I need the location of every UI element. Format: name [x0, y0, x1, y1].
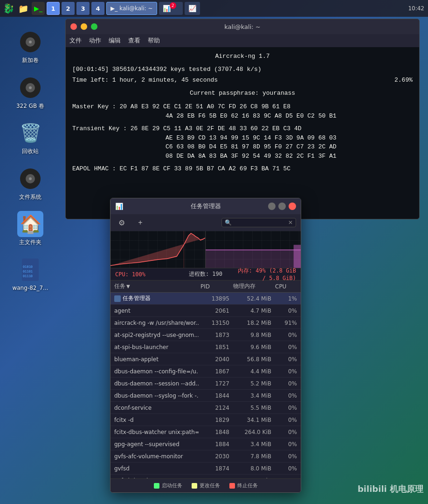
- desktop-icon-trash[interactable]: 🗑️ 回收站: [5, 117, 56, 158]
- legend-item[interactable]: 启动任务: [154, 482, 182, 489]
- terminal-minimize-button[interactable]: [81, 23, 87, 30]
- task-name-text: dbus-daemon --session --add...: [114, 380, 199, 387]
- 322gb-label: 322 GB 卷: [16, 103, 44, 110]
- table-row[interactable]: gvfsd-dnssd --spawner :1.17 /o...570910.…: [110, 475, 301, 478]
- tm-add-button[interactable]: +: [134, 216, 147, 229]
- col-header-pid[interactable]: PID: [199, 283, 231, 290]
- file-label: wang-82_7...: [12, 285, 48, 292]
- terminal-icon[interactable]: ▶_: [32, 2, 45, 15]
- desktop-icon-file[interactable]: 01010 01101 01110 wang-82_7...: [5, 254, 56, 295]
- tm-maximize-button[interactable]: [278, 203, 286, 210]
- terminal-titlebar: kali@kali: ~: [66, 19, 419, 34]
- cpu-cell: 0%: [273, 308, 299, 314]
- taskmanager-window: 📊 任务管理器 ⚙ + 🔍 ✕: [110, 198, 301, 493]
- menu-help[interactable]: 帮助: [148, 36, 160, 45]
- task-icon-img: [114, 295, 121, 302]
- new-volume-icon: [17, 29, 43, 55]
- table-row[interactable]: dbus-daemon --syslog --fork -...18443.4 …: [110, 390, 301, 402]
- taskmanager-app-button[interactable]: 📊 2: [159, 2, 183, 15]
- cpu-cell: 0%: [273, 356, 299, 363]
- svg-point-5: [29, 86, 32, 89]
- tm-minimize-button[interactable]: [268, 203, 276, 210]
- table-row[interactable]: at-spi2-registryd --use-gnom...18739.8 M…: [110, 329, 301, 341]
- table-row[interactable]: blueman-applet204056.8 MiB0%: [110, 353, 301, 365]
- menu-edit[interactable]: 编辑: [109, 36, 121, 45]
- desktop-icon-home[interactable]: 🏠 主文件夹: [5, 208, 56, 249]
- another-app-button[interactable]: 📈: [185, 2, 200, 15]
- mem-cell: 264.0 KiB: [231, 429, 273, 435]
- cpu-cell: 0%: [273, 405, 299, 411]
- cpu-cell: 0%: [273, 368, 299, 375]
- col-header-task[interactable]: 任务 ▼: [112, 282, 199, 290]
- tm-search-box[interactable]: 🔍 ✕: [221, 218, 296, 227]
- files-icon[interactable]: 📁: [17, 2, 30, 15]
- watermark: bilibili 机电原理: [358, 483, 423, 495]
- legend-item[interactable]: 终止任务: [229, 482, 258, 489]
- table-row[interactable]: dbus-daemon --config-file=/u...18674.4 M…: [110, 365, 301, 378]
- tm-memory-graph: [206, 231, 301, 268]
- tm-title: 任务管理器: [191, 202, 221, 210]
- table-row[interactable]: gvfsd18748.0 MiB0%: [110, 462, 301, 475]
- home-icon: 🏠: [17, 211, 43, 237]
- table-row[interactable]: dbus-daemon --session --add...17275.2 Mi…: [110, 378, 301, 390]
- tm-proc-status: 进程数: 190: [175, 270, 235, 278]
- mem-cell: 18.2 MiB: [231, 320, 273, 326]
- legend-item[interactable]: 更改任务: [192, 482, 220, 489]
- col-header-mem[interactable]: 物理内存: [231, 282, 273, 290]
- table-row[interactable]: 任务管理器1389552.4 MiB1%: [110, 293, 301, 305]
- desktop-icon-322gb[interactable]: 322 GB 卷: [5, 72, 56, 113]
- pid-cell: 1727: [199, 380, 231, 387]
- mem-cell: 52.4 MiB: [231, 295, 273, 302]
- task-name-text: dbus-daemon --syslog --fork -...: [114, 392, 199, 399]
- pid-cell: 13895: [199, 295, 231, 302]
- table-row[interactable]: dconf-service21245.5 MiB0%: [110, 402, 301, 414]
- kali-dragon-icon[interactable]: 🐉: [2, 2, 15, 15]
- cpu-cell: 0%: [273, 429, 299, 435]
- desktop-sidebar: 新加卷 322 GB 卷 🗑️ 回收站 文件系统 🏠 主文件夹 01010 01…: [0, 17, 61, 504]
- pid-cell: 2030: [199, 453, 231, 460]
- menu-file[interactable]: 文件: [69, 36, 82, 45]
- trash-icon: 🗑️: [17, 120, 43, 146]
- table-row[interactable]: aircrack-ng -w /usr/share/wor...1315018.…: [110, 317, 301, 329]
- table-row[interactable]: at-spi-bus-launcher18519.6 MiB0%: [110, 341, 301, 353]
- tm-settings-button[interactable]: ⚙: [115, 216, 128, 229]
- desktop-icon-filesystem[interactable]: 文件系统: [5, 163, 56, 204]
- terminal-app-button[interactable]: ▶_ kali@kali: ~: [106, 2, 157, 15]
- terminal-maximize-button[interactable]: [91, 23, 97, 30]
- tm-close-button[interactable]: [289, 203, 296, 210]
- pid-cell: 1867: [199, 368, 231, 375]
- table-row[interactable]: agent20614.7 MiB0%: [110, 305, 301, 317]
- workspace-3[interactable]: 3: [76, 2, 90, 15]
- table-row[interactable]: fcitx-dbus-watcher unix:path=...1848264.…: [110, 426, 301, 438]
- filesystem-icon: [17, 166, 43, 192]
- terminal-menu: 文件 动作 编辑 查看 帮助: [66, 34, 419, 47]
- table-row[interactable]: fcitx -d182934.1 MiB0%: [110, 414, 301, 426]
- menu-view[interactable]: 查看: [128, 36, 140, 45]
- terminal-close-button[interactable]: [70, 23, 77, 30]
- workspace-1[interactable]: 1: [47, 2, 60, 15]
- tm-graph-area: [110, 231, 301, 268]
- menu-action[interactable]: 动作: [89, 36, 101, 45]
- progress-line: [00:01:45] 385610/14344392 keys tested (…: [72, 65, 413, 74]
- workspace-4[interactable]: 4: [91, 2, 104, 15]
- transient-key-line4: 08 DE DA 8A 83 BA 3F 92 54 49 32 82 2C F…: [72, 152, 413, 161]
- pid-cell: 1844: [199, 392, 231, 399]
- task-name-text: dbus-daemon --config-file=/u...: [114, 368, 199, 375]
- table-row[interactable]: gpg-agent --supervised18843.4 MiB0%: [110, 438, 301, 450]
- table-row[interactable]: gvfs-afc-volume-monitor20307.8 MiB0%: [110, 450, 301, 462]
- filesystem-label: 文件系统: [19, 194, 41, 201]
- task-name-text: gvfsd: [114, 465, 130, 472]
- col-header-cpu[interactable]: CPU: [273, 283, 299, 290]
- workspace-2[interactable]: 2: [62, 2, 75, 15]
- eapol-section: EAPOL HMAC : EC F1 87 8E CF 33 89 5B B7 …: [72, 164, 413, 174]
- search-icon: 🔍: [225, 219, 232, 226]
- search-input[interactable]: [234, 219, 286, 226]
- task-name-text: gpg-agent --supervised: [114, 441, 179, 448]
- tm-toolbar: ⚙ + 🔍 ✕: [110, 214, 301, 231]
- desktop-icon-new-volume[interactable]: 新加卷: [5, 26, 56, 67]
- mem-cell: 4.7 MiB: [231, 308, 273, 314]
- clear-search-icon[interactable]: ✕: [288, 219, 293, 226]
- svg-text:01110: 01110: [23, 274, 33, 278]
- new-volume-label: 新加卷: [22, 57, 39, 64]
- cpu-cell: 0%: [273, 465, 299, 472]
